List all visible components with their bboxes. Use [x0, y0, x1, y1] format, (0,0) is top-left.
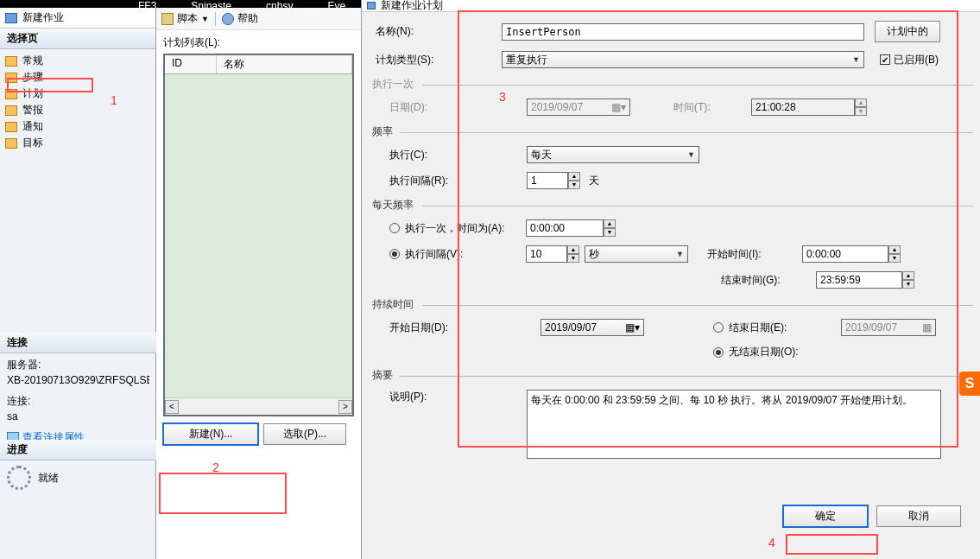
window-title: 新建作业: [22, 10, 64, 25]
separator: [215, 12, 216, 26]
annotation-4: 4: [768, 536, 775, 549]
progress-header: 进度: [0, 440, 156, 461]
schedule-type-label: 计划类型(S):: [372, 53, 502, 67]
daily-end-label: 结束时间(G):: [721, 273, 816, 288]
up-icon: ▲: [888, 245, 901, 254]
end-date-radio[interactable]: [713, 322, 724, 333]
name-input[interactable]: [502, 23, 864, 41]
col-id[interactable]: ID: [165, 55, 217, 73]
ime-badge-icon[interactable]: S: [959, 372, 980, 396]
app-icon: [367, 2, 376, 10]
daily-once-time-spinner[interactable]: ▲▼: [526, 219, 616, 237]
enabled-checkbox[interactable]: ✔: [880, 54, 890, 65]
help-button[interactable]: 帮助: [237, 11, 258, 26]
new-button[interactable]: 新建(N)...: [163, 423, 258, 445]
connection-header: 连接: [0, 333, 156, 353]
list-header: ID 名称: [165, 55, 352, 74]
schedule-list-label: 计划列表(L):: [156, 30, 361, 52]
calendar-icon: ▦: [922, 321, 932, 333]
no-end-date-radio[interactable]: [713, 347, 724, 358]
name-label: 名称(N):: [372, 24, 502, 39]
annotation-1: 1: [111, 93, 117, 107]
frequency-legend: 频率: [372, 124, 973, 139]
up-icon: ▲: [902, 271, 914, 280]
dropdown-arrow-icon[interactable]: ▼: [201, 15, 209, 23]
server-value: XB-20190713O929\ZRFSQLSERVE: [7, 372, 149, 388]
window-title-bar: 新建作业: [0, 8, 155, 29]
pick-button[interactable]: 选取(P)...: [263, 423, 346, 445]
daily-interval-radio[interactable]: [389, 249, 400, 259]
page-icon: [5, 73, 17, 83]
freq-interval-label: 执行间隔(R):: [372, 174, 489, 188]
mid-toolbar: 脚本 ▼ 帮助: [156, 8, 361, 30]
daily-once-radio[interactable]: [389, 223, 400, 233]
freq-exec-label: 执行(C):: [372, 148, 489, 162]
conn-label: 连接:: [7, 393, 149, 409]
tree-item-general[interactable]: 常规: [5, 53, 150, 69]
daily-start-spinner[interactable]: ▲▼: [802, 245, 901, 263]
exec-once-date-label: 日期(D):: [372, 100, 489, 115]
tree-item-alerts[interactable]: 警报: [5, 102, 150, 118]
script-button[interactable]: 脚本: [177, 11, 198, 26]
down-icon: ▼: [604, 228, 616, 237]
calendar-icon: ▦▾: [625, 321, 640, 333]
app-icon: [5, 13, 17, 23]
daily-interval-unit-dropdown[interactable]: 秒 ▼: [585, 245, 688, 263]
tree-item-schedules[interactable]: 计划: [5, 86, 150, 102]
start-date-picker[interactable]: 2019/09/07 ▦▾: [541, 319, 644, 336]
cancel-button[interactable]: 取消: [876, 505, 961, 527]
exec-once-date-picker: 2019/09/07 ▦▾: [527, 98, 630, 116]
plan-in-button[interactable]: 计划中的: [875, 21, 940, 42]
mid-panel: 脚本 ▼ 帮助 计划列表(L): ID 名称 < > 新建(N)... 选取(P…: [156, 8, 361, 559]
page-icon: [5, 138, 17, 149]
page-icon: [5, 89, 17, 99]
conn-value: sa: [7, 409, 149, 424]
right-title-bar: 新建作业计划: [362, 0, 980, 12]
schedule-type-dropdown[interactable]: 重复执行 ▼: [502, 51, 864, 68]
page-tree: 常规 步骤 计划 警报 通知 目标: [0, 49, 155, 155]
no-end-date-label: 无结束日期(O):: [729, 345, 799, 359]
annotation-3: 3: [499, 90, 506, 104]
page-icon: [5, 122, 17, 132]
help-icon: [222, 13, 234, 25]
tree-item-notifications[interactable]: 通知: [5, 118, 150, 135]
daily-end-spinner[interactable]: ▲▼: [816, 271, 914, 289]
freq-interval-unit: 天: [589, 174, 599, 188]
enabled-label: 已启用(B): [894, 53, 939, 67]
scroll-left-icon[interactable]: <: [165, 400, 179, 414]
end-date-label: 结束日期(E):: [729, 321, 841, 335]
page-icon: [5, 105, 17, 116]
freq-interval-spinner[interactable]: ▲▼: [527, 172, 580, 189]
scroll-right-icon[interactable]: >: [338, 400, 352, 414]
up-icon: ▲: [568, 172, 580, 181]
exec-once-time-spinner: ▲▼: [751, 98, 867, 116]
freq-exec-dropdown[interactable]: 每天 ▼: [527, 146, 699, 163]
script-icon: [161, 13, 174, 25]
progress-spinner-icon: [7, 466, 31, 490]
schedule-list[interactable]: ID 名称 < >: [163, 54, 354, 416]
exec-once-legend: 执行一次: [372, 77, 973, 92]
up-icon: ▲: [567, 245, 579, 254]
calendar-icon: ▦▾: [611, 101, 626, 113]
col-name[interactable]: 名称: [217, 55, 352, 73]
daily-once-label: 执行一次，时间为(A):: [405, 221, 521, 236]
duration-legend: 持续时间: [372, 297, 973, 312]
summary-desc-label: 说明(P):: [372, 390, 489, 404]
down-icon: ▼: [567, 254, 579, 263]
daily-start-label: 开始时间(I):: [707, 247, 802, 262]
ok-button[interactable]: 确定: [783, 505, 868, 527]
daily-interval-spinner[interactable]: ▲▼: [526, 245, 579, 263]
connection-block: 连接 服务器: XB-20190713O929\ZRFSQLSERVE 连接: …: [0, 333, 156, 448]
page-icon: [5, 56, 17, 67]
down-icon: ▼: [902, 280, 914, 289]
horizontal-scrollbar[interactable]: < >: [165, 397, 352, 415]
tree-item-steps[interactable]: 步骤: [5, 69, 150, 86]
annotation-2: 2: [212, 461, 219, 474]
down-icon: ▼: [568, 181, 580, 189]
daily-legend: 每天频率: [372, 198, 973, 213]
summary-textarea[interactable]: 每天在 0:00:00 和 23:59:59 之间、每 10 秒 执行。将从 2…: [527, 390, 941, 459]
chevron-down-icon: ▼: [676, 250, 684, 258]
tree-item-targets[interactable]: 目标: [5, 135, 150, 151]
select-page-header: 选择页: [0, 29, 155, 49]
up-icon: ▲: [855, 98, 867, 107]
